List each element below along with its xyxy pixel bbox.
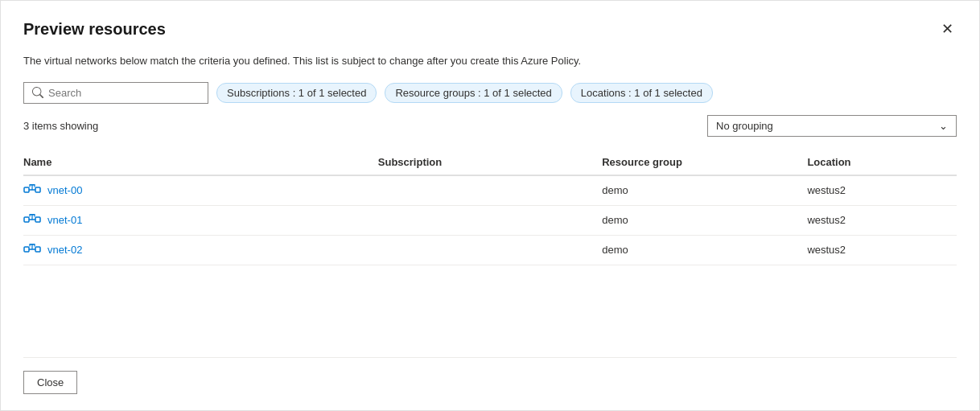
col-header-location: Location [807, 150, 957, 175]
resource-cell: vnet-02 [23, 244, 369, 257]
resource-cell: vnet-01 [23, 214, 369, 227]
search-icon [32, 87, 43, 98]
close-footer-button[interactable]: Close [23, 371, 77, 394]
preview-resources-dialog: Preview resources ✕ The virtual networks… [0, 0, 980, 411]
cell-subscription [378, 235, 602, 265]
cell-resource-group: demo [602, 175, 807, 206]
items-count: 3 items showing [23, 120, 98, 132]
table-row: vnet-02 demowestus2 [23, 235, 957, 265]
resources-table-container: Name Subscription Resource group Locatio… [23, 150, 957, 339]
col-header-name: Name [23, 150, 378, 175]
grouping-dropdown[interactable]: No grouping ⌄ [707, 115, 957, 137]
table-row: vnet-01 demowestus2 [23, 205, 957, 235]
col-header-subscription: Subscription [378, 150, 602, 175]
chevron-down-icon: ⌄ [939, 120, 948, 132]
description-text: The virtual networks below match the cri… [23, 53, 957, 69]
cell-name: vnet-02 [23, 235, 378, 265]
resource-name-link[interactable]: vnet-00 [47, 184, 82, 196]
table-header: Name Subscription Resource group Locatio… [23, 150, 957, 175]
resource-name-link[interactable]: vnet-02 [47, 244, 82, 256]
vnet-icon [23, 184, 41, 197]
footer: Close [23, 357, 957, 394]
resource-cell: vnet-00 [23, 184, 369, 197]
cell-location: westus2 [807, 175, 957, 206]
cell-location: westus2 [807, 205, 957, 235]
svg-rect-0 [24, 187, 29, 192]
svg-rect-5 [24, 217, 29, 222]
search-input[interactable] [48, 87, 200, 99]
close-button[interactable]: ✕ [938, 20, 957, 38]
cell-name: vnet-00 [23, 175, 378, 206]
col-header-resource-group: Resource group [602, 150, 807, 175]
subscriptions-filter[interactable]: Subscriptions : 1 of 1 selected [216, 83, 377, 103]
cell-subscription [378, 175, 602, 206]
resource-name-link[interactable]: vnet-01 [47, 214, 82, 226]
svg-rect-1 [35, 187, 40, 192]
resource-groups-filter[interactable]: Resource groups : 1 of 1 selected [385, 83, 562, 103]
table-body: vnet-00 demowestus2 vnet-01 demowestus2 [23, 175, 957, 265]
cell-name: vnet-01 [23, 205, 378, 235]
grouping-label: No grouping [716, 120, 773, 132]
filters-row: Subscriptions : 1 of 1 selected Resource… [23, 82, 957, 104]
cell-resource-group: demo [602, 205, 807, 235]
resources-table: Name Subscription Resource group Locatio… [23, 150, 957, 265]
svg-rect-6 [35, 217, 40, 222]
dialog-title: Preview resources [23, 20, 166, 39]
locations-filter[interactable]: Locations : 1 of 1 selected [570, 83, 713, 103]
table-row: vnet-00 demowestus2 [23, 175, 957, 206]
dialog-header: Preview resources ✕ [23, 20, 957, 39]
vnet-icon [23, 244, 41, 257]
svg-rect-10 [24, 247, 29, 252]
cell-location: westus2 [807, 235, 957, 265]
vnet-icon [23, 214, 41, 227]
cell-resource-group: demo [602, 235, 807, 265]
search-box[interactable] [23, 82, 208, 104]
svg-rect-11 [35, 247, 40, 252]
toolbar-row: 3 items showing No grouping ⌄ [23, 115, 957, 137]
cell-subscription [378, 205, 602, 235]
